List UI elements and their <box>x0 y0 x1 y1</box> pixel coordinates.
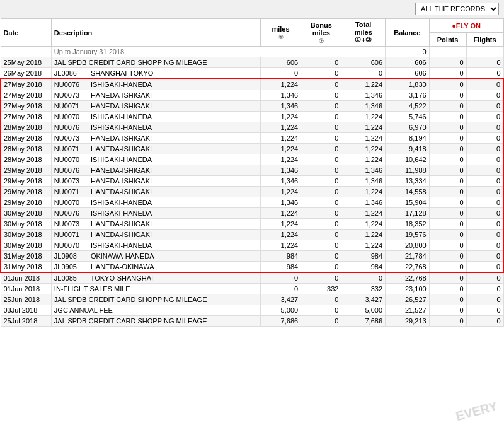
miles-cell: 1,224 <box>260 208 301 219</box>
header-row: Date Description miles① Bonus miles② Tot… <box>1 19 503 33</box>
bonus-cell: 0 <box>301 208 341 219</box>
points-cell: 0 <box>429 90 466 101</box>
points-cell: 0 <box>429 262 466 273</box>
desc-cell: NU0076 ISHIGAKI-HANEDA <box>51 79 260 90</box>
records-dropdown[interactable]: ALL THE RECORDS20182017 <box>415 3 499 15</box>
table-row: 25Jul 2018 JAL SPDB CREDIT CARD SHOPPING… <box>1 316 503 327</box>
balance-cell: 6,970 <box>386 122 430 133</box>
bonus-cell: 0 <box>301 57 341 68</box>
total-cell: 1,224 <box>341 219 386 230</box>
points-cell: 0 <box>429 57 466 68</box>
bonus-cell: 0 <box>301 251 341 262</box>
date-cell: 31May 2018 <box>1 262 51 273</box>
balance-cell: 0 <box>386 47 430 57</box>
header-points: Points <box>429 33 466 47</box>
bonus-cell: 0 <box>301 305 341 316</box>
date-cell: 03Jul 2018 <box>1 305 51 316</box>
bonus-cell: 0 <box>301 262 341 273</box>
date-cell: 29May 2018 <box>1 165 51 176</box>
points-cell: 0 <box>429 68 466 79</box>
bonus-cell: 0 <box>301 79 341 90</box>
total-cell: 1,224 <box>341 133 386 144</box>
total-cell: 1,224 <box>341 240 386 251</box>
points-cell: 0 <box>429 240 466 251</box>
total-cell: 1,346 <box>341 101 386 112</box>
points-cell: 0 <box>429 305 466 316</box>
flights-cell: 0 <box>466 262 503 273</box>
table-row: 25May 2018 JAL SPDB CREDIT CARD SHOPPING… <box>1 57 503 68</box>
points-cell: 0 <box>429 101 466 112</box>
miles-cell: 1,224 <box>260 219 301 230</box>
desc-cell: JL0908 OKINAWA-HANEDA <box>51 251 260 262</box>
date-cell: 27May 2018 <box>1 90 51 101</box>
desc-cell: NU0073 HANEDA-ISHIGAKI <box>51 219 260 230</box>
bonus-cell: 332 <box>301 284 341 294</box>
miles-cell: 984 <box>260 251 301 262</box>
total-cell: 1,346 <box>341 176 386 187</box>
bonus-cell: 0 <box>301 165 341 176</box>
bonus-cell: 0 <box>301 154 341 165</box>
miles-cell: 1,224 <box>260 122 301 133</box>
points-cell: 0 <box>429 79 466 90</box>
flights-cell: 0 <box>466 112 503 122</box>
table-row: 27May 2018 NU0076 ISHIGAKI-HANEDA 1,224 … <box>1 79 503 90</box>
header-fly-on: ●FLY ON <box>429 19 503 33</box>
flights-cell: 0 <box>466 208 503 219</box>
date-cell: 30May 2018 <box>1 219 51 230</box>
bonus-cell: 0 <box>301 240 341 251</box>
points-cell: 0 <box>429 272 466 284</box>
flights-cell: 0 <box>466 90 503 101</box>
flights-cell: 0 <box>466 272 503 284</box>
flights-cell: 0 <box>466 294 503 305</box>
miles-cell: 0 <box>260 68 301 79</box>
total-cell: 332 <box>341 284 386 294</box>
desc-cell: NU0070 ISHIGAKI-HANEDA <box>51 197 260 208</box>
balance-cell: 21,527 <box>386 305 430 316</box>
flights-cell: 0 <box>466 165 503 176</box>
table-row: 29May 2018 NU0076 HANEDA-ISHIGAKI 1,346 … <box>1 165 503 176</box>
miles-cell: 1,224 <box>260 133 301 144</box>
flights-cell: 0 <box>466 122 503 133</box>
table-row: Up to January 31 2018 0 <box>1 47 503 57</box>
total-cell: 0 <box>341 68 386 79</box>
date-cell: 25May 2018 <box>1 57 51 68</box>
flights-cell: 0 <box>466 79 503 90</box>
top-bar: ALL THE RECORDS20182017 <box>0 0 504 18</box>
header-description: Description <box>51 19 260 47</box>
header-miles: miles① <box>260 19 301 47</box>
flights-cell: 0 <box>466 144 503 154</box>
date-cell: 25Jul 2018 <box>1 316 51 327</box>
desc-cell: JL0086 SHANGHAI-TOKYO <box>51 68 260 79</box>
desc-cell: NU0073 HANEDA-ISHIGAKI <box>51 176 260 187</box>
date-cell: 27May 2018 <box>1 101 51 112</box>
bonus-cell: 0 <box>301 112 341 122</box>
flights-cell: 0 <box>466 101 503 112</box>
flights-cell: 0 <box>466 219 503 230</box>
miles-cell: 606 <box>260 57 301 68</box>
balance-cell: 10,642 <box>386 154 430 165</box>
points-cell: 0 <box>429 316 466 327</box>
miles-cell: 1,346 <box>260 176 301 187</box>
flights-cell <box>466 47 503 57</box>
desc-cell: JAL SPDB CREDIT CARD SHOPPING MILEAGE <box>51 294 260 305</box>
header-total-miles: Totalmiles①+② <box>341 19 386 47</box>
table-row: 31May 2018 JL0905 HANEDA-OKINAWA 984 0 9… <box>1 262 503 273</box>
balance-cell: 17,128 <box>386 208 430 219</box>
balance-cell: 19,576 <box>386 230 430 240</box>
date-cell: 30May 2018 <box>1 230 51 240</box>
total-cell: 984 <box>341 262 386 273</box>
total-cell: -5,000 <box>341 305 386 316</box>
table-row: 29May 2018 NU0071 HANEDA-ISHIGAKI 1,224 … <box>1 187 503 197</box>
table-row: 30May 2018 NU0070 ISHIGAKI-HANEDA 1,224 … <box>1 240 503 251</box>
balance-cell: 18,352 <box>386 219 430 230</box>
flights-cell: 0 <box>466 230 503 240</box>
balance-cell: 4,522 <box>386 101 430 112</box>
points-cell: 0 <box>429 154 466 165</box>
balance-cell: 11,988 <box>386 165 430 176</box>
miles-cell: 1,224 <box>260 240 301 251</box>
points-cell: 0 <box>429 144 466 154</box>
bonus-cell: 0 <box>301 187 341 197</box>
desc-cell: JGC ANNUAL FEE <box>51 305 260 316</box>
table-row: 30May 2018 NU0076 ISHIGAKI-HANEDA 1,224 … <box>1 208 503 219</box>
miles-cell: 1,224 <box>260 112 301 122</box>
